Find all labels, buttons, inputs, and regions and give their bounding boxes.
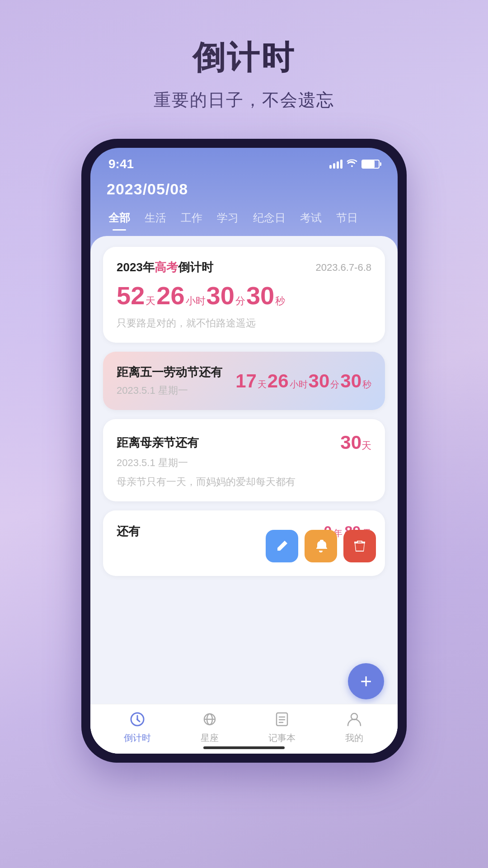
card-mothersday-title: 距离母亲节还有 bbox=[117, 435, 199, 451]
wifi-icon bbox=[346, 158, 358, 170]
card-gaokao-date: 2023.6.7-6.8 bbox=[315, 262, 371, 274]
card-gaokao-suffix: 倒计时 bbox=[178, 260, 213, 274]
delete-button[interactable] bbox=[343, 530, 376, 562]
card-laborday-title: 距离五一劳动节还有 bbox=[117, 364, 222, 380]
tab-study[interactable]: 学习 bbox=[210, 207, 246, 229]
gaokao-hours-unit: 小时 bbox=[186, 294, 206, 308]
nav-constellation-label: 星座 bbox=[201, 732, 219, 744]
svg-point-1 bbox=[136, 718, 138, 720]
card-laborday-left: 距离五一劳动节还有 2023.5.1 星期一 bbox=[117, 364, 222, 397]
gaokao-seconds-num: 30 bbox=[246, 281, 274, 310]
gaokao-seconds-unit: 秒 bbox=[275, 294, 285, 308]
status-bar: 9:41 bbox=[90, 148, 398, 176]
nav-notebook-icon bbox=[272, 709, 292, 729]
fab-icon: + bbox=[360, 670, 372, 693]
nav-countdown-icon bbox=[127, 709, 147, 729]
tab-exam[interactable]: 考试 bbox=[293, 207, 329, 229]
mothersday-days-unit: 天 bbox=[361, 440, 371, 451]
action-buttons bbox=[266, 530, 376, 562]
card-gaokao-motto: 只要路是对的，就不怕路途遥远 bbox=[117, 316, 371, 330]
fab-add[interactable]: + bbox=[348, 663, 384, 699]
laborday-hours-num: 26 bbox=[267, 370, 289, 392]
card-laborday-date: 2023.5.1 星期一 bbox=[117, 384, 222, 397]
card-gaokao-title: 2023年高考倒计时 bbox=[117, 259, 213, 275]
app-header: 2023/05/08 bbox=[90, 176, 398, 198]
nav-profile-icon bbox=[344, 709, 364, 729]
laborday-minutes-unit: 分 bbox=[330, 378, 339, 391]
gaokao-hours-num: 26 bbox=[156, 281, 184, 310]
card-gaokao-prefix: 2023年 bbox=[117, 260, 155, 274]
card-gaokao-countdown: 52天 26小时 30分 30秒 bbox=[117, 281, 371, 310]
bell-button[interactable] bbox=[305, 530, 337, 562]
laborday-hours-unit: 小时 bbox=[290, 378, 308, 391]
nav-constellation-icon bbox=[200, 709, 220, 729]
status-icons bbox=[329, 158, 380, 170]
card-laborday-row: 距离五一劳动节还有 2023.5.1 星期一 17天 26小时 30分 30秒 bbox=[117, 364, 371, 397]
home-indicator bbox=[203, 746, 285, 749]
page-subtitle: 重要的日子，不会遗忘 bbox=[154, 89, 334, 112]
content-area: 2023年高考倒计时 2023.6.7-6.8 52天 26小时 30分 30秒… bbox=[90, 236, 398, 754]
card-gaokao-header: 2023年高考倒计时 2023.6.7-6.8 bbox=[117, 259, 371, 275]
category-tabs: 全部 生活 工作 学习 纪念日 考试 节日 bbox=[90, 198, 398, 229]
nav-notebook-label: 记事本 bbox=[268, 732, 296, 744]
mothersday-days-num: 30 bbox=[340, 432, 361, 453]
card-mothersday-header: 距离母亲节还有 30天 bbox=[117, 432, 371, 453]
gaokao-minutes-num: 30 bbox=[206, 281, 235, 310]
card-mothersday-date: 2023.5.1 星期一 bbox=[117, 456, 371, 470]
laborday-days-num: 17 bbox=[235, 370, 257, 392]
tab-anniversary[interactable]: 纪念日 bbox=[246, 207, 293, 229]
current-date: 2023/05/08 bbox=[107, 180, 381, 198]
nav-profile-label: 我的 bbox=[345, 732, 363, 744]
gaokao-minutes-unit: 分 bbox=[235, 294, 245, 308]
gaokao-days-unit: 天 bbox=[145, 294, 155, 308]
page-title: 倒计时 bbox=[192, 36, 296, 80]
nav-notebook[interactable]: 记事本 bbox=[268, 709, 296, 744]
laborday-seconds-unit: 秒 bbox=[362, 378, 371, 391]
laborday-days-unit: 天 bbox=[258, 378, 267, 391]
nav-constellation[interactable]: 星座 bbox=[200, 709, 220, 744]
tab-life[interactable]: 生活 bbox=[137, 207, 174, 229]
status-time: 9:41 bbox=[108, 157, 134, 171]
nav-countdown-label: 倒计时 bbox=[124, 732, 151, 744]
card-laborday: 距离五一劳动节还有 2023.5.1 星期一 17天 26小时 30分 30秒 bbox=[103, 352, 385, 410]
tab-work[interactable]: 工作 bbox=[174, 207, 210, 229]
phone-frame: 9:41 2023/05/08 bbox=[81, 139, 407, 763]
battery-icon bbox=[361, 160, 380, 169]
signal-bars-icon bbox=[329, 160, 343, 169]
card-gaokao: 2023年高考倒计时 2023.6.7-6.8 52天 26小时 30分 30秒… bbox=[103, 247, 385, 343]
laborday-seconds-num: 30 bbox=[340, 370, 361, 392]
tab-holiday[interactable]: 节日 bbox=[329, 207, 365, 229]
nav-profile[interactable]: 我的 bbox=[344, 709, 364, 744]
edit-button[interactable] bbox=[266, 530, 298, 562]
gaokao-days-num: 52 bbox=[117, 281, 145, 310]
card-mothersday-days: 30天 bbox=[340, 432, 371, 453]
card-partial-title: 还有 bbox=[117, 524, 140, 539]
phone-screen: 9:41 2023/05/08 bbox=[90, 148, 398, 754]
tab-all[interactable]: 全部 bbox=[101, 207, 137, 229]
card-gaokao-highlight: 高考 bbox=[155, 260, 178, 274]
card-mothersday: 距离母亲节还有 30天 2023.5.1 星期一 母亲节只有一天，而妈妈的爱却每… bbox=[103, 419, 385, 501]
nav-countdown[interactable]: 倒计时 bbox=[124, 709, 151, 744]
card-mothersday-motto: 母亲节只有一天，而妈妈的爱却每天都有 bbox=[117, 475, 371, 489]
card-partial: 还有 0年 89天 bbox=[103, 510, 385, 576]
card-laborday-countdown: 17天 26小时 30分 30秒 bbox=[235, 370, 371, 392]
laborday-minutes-num: 30 bbox=[309, 370, 330, 392]
